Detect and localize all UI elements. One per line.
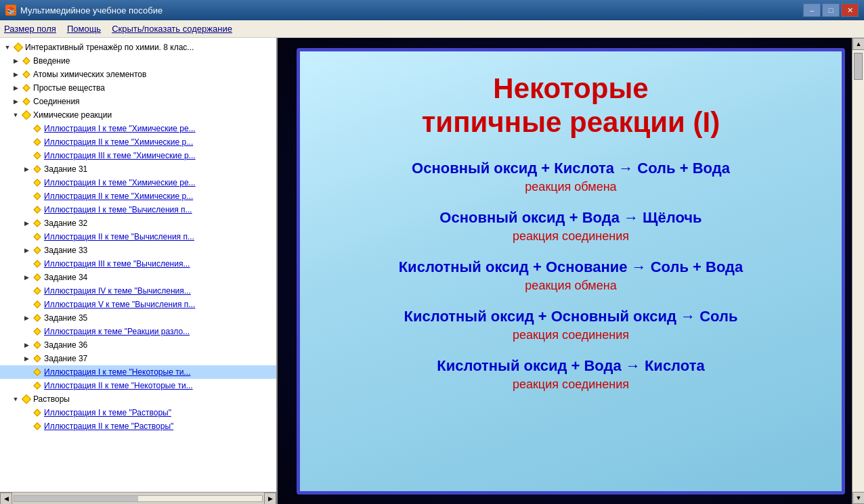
expand-icon — [22, 421, 31, 431]
expand-icon — [22, 300, 31, 309]
list-item[interactable]: Иллюстрация II к теме "Вычисления п... — [0, 230, 276, 244]
expand-icon — [22, 286, 31, 296]
list-item[interactable]: ▶ Введение — [0, 54, 276, 68]
leaf-icon — [33, 367, 42, 377]
leaf-icon — [33, 246, 42, 255]
list-item[interactable]: ▶ Задание 32 — [0, 216, 276, 230]
tree-label: Иллюстрация II к теме "Растворы" — [44, 421, 173, 431]
tree-label: Иллюстрация III к теме "Вычисления... — [44, 259, 190, 269]
tree-label: Иллюстрация I к теме "Некоторые ти... — [44, 367, 190, 377]
list-item[interactable]: Иллюстрация III к теме "Химические р... — [0, 149, 276, 162]
list-item[interactable]: Иллюстрация II к теме "Химические р... — [0, 135, 276, 149]
menu-bar: Размер поля Помощь Скрыть/показать содер… — [0, 20, 864, 38]
list-item[interactable]: ▼ Растворы — [0, 392, 276, 406]
maximize-button[interactable]: □ — [822, 3, 840, 17]
expand-icon: ▼ — [11, 394, 20, 404]
list-item[interactable]: ▶ Задание 33 — [0, 244, 276, 257]
tree-label: Иллюстрация II к теме "Некоторые ти... — [44, 381, 193, 390]
list-item[interactable]: ▶ Задание 37 — [0, 352, 276, 365]
list-item[interactable]: Иллюстрация II к теме "Растворы" — [0, 419, 276, 433]
scroll-right-button[interactable]: ▶ — [264, 492, 276, 505]
tree-label: Растворы — [33, 394, 70, 404]
vertical-scrollbar[interactable]: ▲ ▼ — [852, 38, 864, 504]
list-item[interactable]: Иллюстрация III к теме "Вычисления... — [0, 257, 276, 271]
reaction-group-5: Кислотный оксид + Вода → Кислота реакция… — [437, 357, 704, 392]
list-item[interactable]: Иллюстрация II к теме "Некоторые ти... — [0, 379, 276, 392]
close-button[interactable]: ✕ — [841, 3, 859, 17]
expand-icon — [22, 381, 31, 390]
leaf-icon — [33, 286, 42, 296]
reaction-equation: Основный оксид + Кислота → Соль + Вода — [412, 160, 730, 177]
leaf-icon — [33, 232, 42, 242]
list-item[interactable]: Иллюстрация V к теме "Вычисления п... — [0, 298, 276, 311]
tree-label: Атомы химических элементов — [33, 70, 146, 79]
list-item[interactable]: ▶ Задание 36 — [0, 338, 276, 352]
reaction-group-3: Кислотный оксид + Основание → Соль + Вод… — [399, 258, 743, 293]
tree-label: Задание 36 — [44, 340, 87, 350]
list-item[interactable]: ▶ Задание 35 — [0, 311, 276, 325]
tree-container[interactable]: ▼ Интерактивный тренажёр по химии. 8 кла… — [0, 38, 276, 492]
window-controls: – □ ✕ — [803, 3, 859, 17]
leaf-icon — [33, 340, 42, 350]
leaf-icon — [33, 300, 42, 309]
expand-icon — [22, 367, 31, 377]
tree-label: Иллюстрация IV к теме "Вычисления... — [44, 286, 191, 296]
scroll-thumb — [14, 496, 138, 501]
list-item[interactable]: ▶ Простые вещества — [0, 81, 276, 95]
leaf-icon — [33, 205, 42, 214]
tree-label: Химические реакции — [33, 110, 112, 120]
leaf-icon — [33, 151, 42, 160]
tree-root[interactable]: ▼ Интерактивный тренажёр по химии. 8 кла… — [0, 41, 276, 54]
reaction-equation: Кислотный оксид + Основный оксид → Соль — [404, 308, 738, 325]
tree-label: Соединения — [33, 97, 80, 106]
scroll-up-button[interactable]: ▲ — [852, 38, 864, 50]
reaction-type: реакция соединения — [437, 377, 704, 392]
list-item[interactable]: ▶ Атомы химических элементов — [0, 68, 276, 81]
tree-label: Иллюстрация I к теме "Вычисления п... — [44, 205, 192, 214]
menu-help[interactable]: Помощь — [67, 24, 101, 34]
horizontal-scrollbar[interactable]: ◀ ▶ — [0, 492, 276, 504]
leaf-icon — [33, 381, 42, 390]
tree-label: Простые вещества — [33, 83, 105, 93]
scroll-down-button[interactable]: ▼ — [852, 492, 864, 504]
list-item[interactable]: Иллюстрация IV к теме "Вычисления... — [0, 284, 276, 298]
list-item[interactable]: Иллюстрация II к теме "Химические р... — [0, 189, 276, 203]
list-item[interactable]: ▶ Задание 31 — [0, 162, 276, 176]
leaf-icon — [33, 273, 42, 282]
expand-icon — [22, 124, 31, 133]
reaction-equation: Кислотный оксид + Вода → Кислота — [437, 357, 704, 375]
leaf-icon — [33, 408, 42, 417]
menu-field-size[interactable]: Размер поля — [4, 24, 56, 34]
list-item[interactable]: Иллюстрация I к теме "Растворы" — [0, 406, 276, 419]
list-item[interactable]: Иллюстрация I к теме "Химические ре... — [0, 122, 276, 135]
leaf-icon — [33, 313, 42, 323]
scroll-left-button[interactable]: ◀ — [0, 492, 12, 505]
list-item[interactable]: ▶ Соединения — [0, 95, 276, 108]
minimize-button[interactable]: – — [803, 3, 821, 17]
tree-label: Задание 37 — [44, 354, 87, 363]
list-item[interactable]: ▼ Химические реакции — [0, 108, 276, 122]
expand-icon: ▶ — [11, 97, 20, 106]
expand-icon: ▶ — [22, 354, 31, 363]
reaction-equation: Основный оксид + Вода → Щёлочь — [439, 209, 701, 227]
leaf-icon — [33, 327, 42, 336]
leaf-icon — [33, 124, 42, 133]
list-item[interactable]: Иллюстрация к теме "Реакции разло... — [0, 325, 276, 338]
expand-icon — [22, 205, 31, 214]
tree-root-label: Интерактивный тренажёр по химии. 8 клас.… — [25, 43, 194, 52]
list-item[interactable]: ▶ Задание 34 — [0, 271, 276, 284]
tree-label: Задание 34 — [44, 273, 87, 282]
list-item[interactable]: Иллюстрация I к теме "Вычисления п... — [0, 203, 276, 216]
app-icon: 📚 — [5, 5, 16, 16]
list-item[interactable]: Иллюстрация I к теме "Химические ре... — [0, 176, 276, 189]
tree-label: Иллюстрация к теме "Реакции разло... — [44, 327, 190, 336]
expand-icon — [22, 259, 31, 269]
reaction-group-2: Основный оксид + Вода → Щёлочь реакция с… — [439, 209, 701, 244]
list-item[interactable]: Иллюстрация I к теме "Некоторые ти... — [0, 365, 276, 379]
menu-toggle-content[interactable]: Скрыть/показать содержание — [112, 24, 232, 34]
slide-frame: Некоторыетипичные реакции (I) Основный о… — [297, 48, 845, 495]
expand-icon: ▶ — [11, 83, 20, 93]
leaf-icon — [33, 219, 42, 228]
expand-icon — [22, 151, 31, 160]
reaction-type: реакция обмена — [399, 279, 743, 293]
